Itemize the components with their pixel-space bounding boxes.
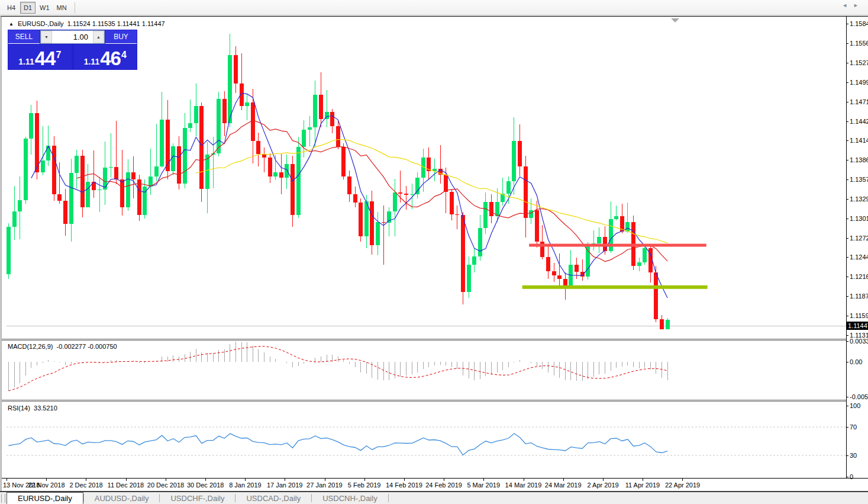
price-axis-label: 1.12445	[850, 253, 868, 261]
support-line[interactable]	[522, 285, 708, 289]
candle-body	[183, 128, 187, 184]
sell-button[interactable]: SELL	[8, 30, 40, 44]
candle-body	[103, 168, 107, 190]
candle-body	[546, 257, 550, 271]
date-axis-label: 24 Feb 2019	[425, 481, 462, 489]
sell-price-display[interactable]: 1.11447	[8, 44, 72, 69]
candle-body	[518, 141, 522, 166]
tab-divider	[388, 494, 389, 502]
candle-body	[41, 160, 45, 172]
candle-body	[245, 102, 249, 106]
candle-body	[450, 192, 454, 214]
candle-body	[563, 279, 567, 286]
tab-scroll-right-icon[interactable]: ►	[853, 2, 864, 8]
candle-body	[166, 120, 170, 171]
candle-body	[455, 214, 459, 215]
macd-signal-line	[9, 346, 668, 391]
chart-tab-audusd[interactable]: AUDUSD-,Daily	[84, 492, 160, 504]
macd-axis-label: -0.005737	[850, 393, 868, 400]
candle-body	[234, 55, 238, 84]
candle-body	[330, 112, 334, 126]
ohlc-high: 1.11535	[92, 20, 115, 27]
buy-price-pip: 4	[121, 50, 127, 60]
price-axis-label: 1.13860	[850, 156, 868, 163]
axis-tick	[846, 427, 848, 428]
sell-price-prefix: 1.11	[18, 56, 34, 68]
candle-body	[393, 192, 397, 211]
collapse-icon[interactable]: ▲	[9, 21, 14, 27]
candle-body	[478, 228, 482, 256]
axis-tick	[846, 121, 848, 122]
chart-tab-usdchf[interactable]: USDCHF-,Daily	[160, 492, 235, 504]
chart-shift-marker-icon[interactable]	[671, 18, 679, 23]
pane-separator[interactable]	[2, 400, 868, 402]
date-axis-tick	[46, 479, 47, 481]
timeframe-button-w1[interactable]: W1	[37, 2, 53, 14]
price-axis-label: 1.14995	[850, 79, 868, 86]
candle-body	[154, 166, 159, 176]
rsi-value: 33.5210	[34, 405, 57, 412]
quote-separator	[72, 44, 73, 69]
candle-body	[194, 106, 198, 123]
chart-title: ▲ EURUSD-,Daily 1.11524 1.11535 1.11441 …	[9, 20, 165, 27]
candle-body	[404, 194, 408, 195]
resistance-line[interactable]	[529, 244, 706, 247]
candle-body	[29, 113, 33, 139]
candle-body	[240, 84, 244, 105]
chart-tab-eurusd[interactable]: EURUSD-,Daily	[7, 492, 83, 504]
date-axis-tick	[86, 479, 86, 481]
timeframe-button-h4[interactable]: H4	[4, 2, 19, 14]
axis-tick	[846, 238, 848, 239]
candle-body	[643, 248, 647, 262]
date-axis-label: 22 Nov 2018	[28, 481, 64, 489]
toolbar-separator	[75, 2, 75, 13]
candle-body	[217, 99, 221, 153]
buy-button[interactable]: BUY	[105, 30, 137, 44]
candle-body	[319, 95, 323, 119]
volume-input[interactable]: 1.00	[52, 31, 93, 43]
date-axis-tick	[404, 479, 405, 481]
volume-increase-button[interactable]: ▲	[93, 31, 104, 43]
macd-value: -0.002277	[57, 343, 86, 350]
rsi-line	[9, 434, 668, 455]
axis-tick	[846, 102, 848, 102]
price-axis-label: 1.12160	[850, 273, 868, 280]
candle-body	[472, 256, 476, 265]
date-axis-tick	[285, 479, 285, 481]
candle-body	[666, 320, 670, 329]
candle-body	[637, 262, 641, 266]
tab-scroll-left-icon[interactable]: ◄	[842, 2, 853, 8]
tabbar-grip[interactable]	[1, 494, 5, 503]
timeframe-button-d1[interactable]: D1	[20, 2, 36, 14]
timeframe-toolbar: H4D1W1MN	[0, 0, 868, 15]
price-axis-label: 1.11875	[850, 293, 868, 300]
candle-body	[529, 210, 533, 218]
candle-body	[75, 156, 79, 173]
chart-tab-usdcnh[interactable]: USDCNH-,Daily	[312, 492, 388, 504]
axis-tick	[846, 257, 848, 258]
candle-body	[69, 173, 73, 224]
date-axis-tick	[524, 479, 524, 481]
chart-symbol: EURUSD-,Daily	[18, 20, 64, 27]
axis-tick	[846, 296, 848, 297]
date-axis-tick	[205, 479, 206, 481]
chart-tab-usdcad[interactable]: USDCAD-,Daily	[235, 492, 311, 504]
ohlc-close: 1.11447	[142, 20, 165, 27]
price-axis-label: 1.15275	[850, 59, 868, 66]
candle-body	[273, 172, 277, 176]
candle-body	[625, 222, 630, 232]
date-axis-label: 17 Jan 2019	[267, 481, 303, 489]
date-axis-label: 27 Jan 2019	[306, 481, 343, 489]
candle-body	[279, 172, 283, 178]
axis-tick	[846, 160, 848, 160]
candle-body	[137, 179, 141, 215]
timeframe-button-mn[interactable]: MN	[54, 2, 70, 14]
date-axis-label: 5 Mar 2019	[467, 481, 500, 489]
volume-decrease-button[interactable]: ▼	[41, 31, 52, 43]
candle-body	[12, 211, 17, 227]
pane-separator[interactable]	[2, 339, 868, 341]
tab-scroll-arrows[interactable]: ◄►	[842, 2, 864, 8]
candle-body	[222, 99, 227, 123]
chart-canvas[interactable]	[2, 17, 868, 478]
buy-price-display[interactable]: 1.11464	[74, 44, 137, 69]
